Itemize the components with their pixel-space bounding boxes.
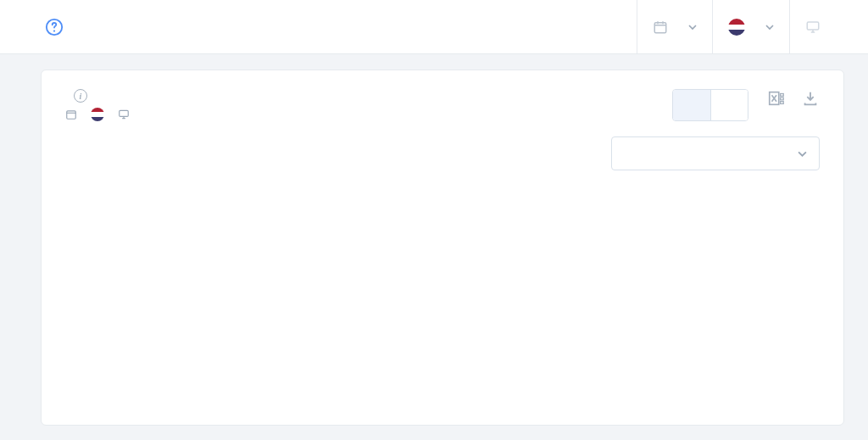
chart-panel: i [41,70,844,426]
download-icon[interactable] [801,89,820,111]
svg-rect-3 [807,22,819,30]
svg-point-1 [53,30,55,31]
calendar-icon [653,19,668,35]
date-range-selector[interactable] [637,0,712,53]
top-toolbar [0,0,868,54]
desktop-icon [805,19,821,35]
toggle-number[interactable] [673,90,710,120]
info-icon[interactable]: i [74,89,87,103]
desktop-icon [118,109,130,120]
chevron-down-icon [765,23,774,31]
help-icon[interactable] [44,17,64,37]
us-flag-icon [91,108,104,121]
chart-area [65,136,591,386]
svg-rect-5 [120,110,129,116]
line-chart [99,136,591,382]
device-selector [789,0,844,53]
chevron-down-icon [688,23,697,31]
svg-rect-2 [654,22,666,32]
export-excel-icon[interactable] [767,89,786,111]
us-flag-icon [728,19,745,36]
svg-rect-9 [781,102,784,104]
calendar-icon [65,109,77,120]
svg-rect-8 [781,97,784,100]
svg-rect-4 [67,111,76,119]
country-selector[interactable] [712,0,789,53]
svg-rect-7 [781,94,784,97]
toggle-percent[interactable] [710,90,748,120]
chevron-down-icon [798,147,807,161]
value-mode-toggle [672,89,748,121]
metric-dropdown[interactable] [611,136,820,170]
